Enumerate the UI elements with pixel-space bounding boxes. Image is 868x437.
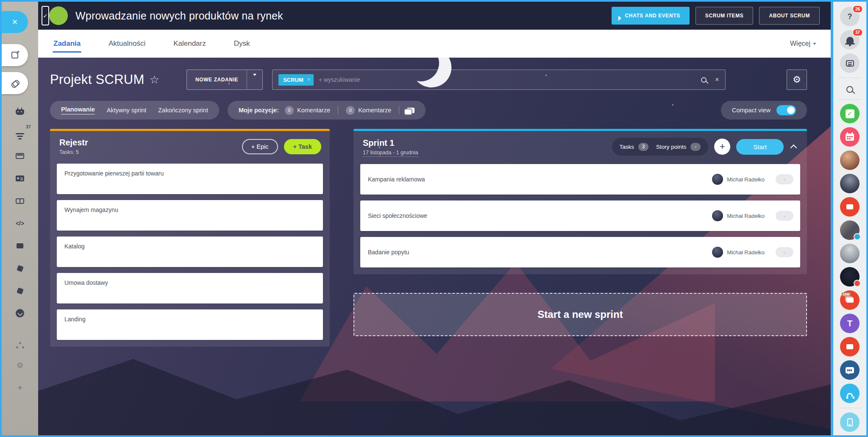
backlog-task-card[interactable]: Przygotowanie pierwszej partii towaru [57, 164, 323, 194]
link-icon [10, 79, 19, 87]
right-sidebar: ? 26 37 ✓ CRM T [831, 2, 866, 435]
code-icon[interactable]: </> [16, 218, 24, 229]
updates-icon[interactable] [16, 308, 24, 319]
chats-and-events-button[interactable]: CHATS AND EVENTS [612, 7, 690, 25]
view-planning[interactable]: Planowanie [61, 106, 95, 114]
video-call-button[interactable] [840, 197, 860, 217]
contact-card-icon[interactable] [16, 173, 24, 184]
pill-divider [338, 106, 338, 114]
backlog-task-card[interactable]: Wynajem magazynu [57, 200, 323, 231]
collapse-sprint-icon[interactable] [790, 144, 797, 151]
story-points-pill[interactable]: - [776, 211, 793, 221]
sprint-tasks-count: 3 [638, 143, 648, 151]
mobile-app-button[interactable] [840, 412, 860, 432]
package-icon[interactable] [17, 263, 23, 274]
story-points-pill[interactable]: - [776, 174, 793, 184]
letter-t-chat[interactable]: T [840, 314, 860, 333]
recent-chat-avatar[interactable] [840, 220, 860, 240]
recent-chat-avatar[interactable] [840, 244, 860, 263]
backlog-title: Rejestr [59, 138, 88, 148]
search-icon[interactable] [701, 77, 707, 83]
add-task-button[interactable]: + Task [284, 139, 321, 154]
settings-gear-icon[interactable]: ⚙ [17, 360, 23, 371]
compact-view-toggle[interactable] [776, 105, 796, 115]
project-toolbar: Projekt SCRUM ☆ NOWE ZADANIE SCRUM × + w… [50, 69, 807, 91]
add-sprint-task-button[interactable]: + [714, 139, 730, 155]
tab-feed[interactable]: Aktualności [108, 31, 146, 57]
filter-badge: 37 [26, 124, 31, 129]
view-active-sprint[interactable]: Aktywny sprint [107, 107, 146, 114]
avatar [712, 210, 723, 221]
board-settings-button[interactable]: ⚙ [787, 70, 807, 90]
comments-counter-2: 0 [346, 106, 355, 115]
clear-search-icon[interactable]: × [715, 75, 719, 84]
search-tag-scrum[interactable]: SCRUM × [278, 74, 314, 86]
search-button[interactable] [840, 82, 860, 97]
help-button[interactable]: ? 26 [840, 7, 860, 26]
notifications-button[interactable]: 37 [840, 30, 860, 50]
remove-tag-icon[interactable]: × [307, 77, 310, 83]
rail-divider [838, 99, 861, 100]
backlog-task-count: Tasks: 5 [59, 149, 88, 155]
story-points-value: - [690, 143, 701, 151]
browser-window-icon[interactable] [16, 150, 24, 161]
crm-app-button[interactable]: CRM [840, 290, 860, 310]
recent-chat-avatar[interactable] [840, 150, 860, 170]
start-sprint-button[interactable]: Start [736, 139, 784, 155]
tasks-app-button[interactable]: ✓ [840, 104, 860, 123]
add-icon[interactable]: + [17, 382, 23, 393]
network-icon[interactable] [19, 337, 21, 348]
knowledge-base-icon[interactable] [16, 195, 24, 206]
recent-chat-avatar[interactable] [840, 174, 860, 193]
tab-drive[interactable]: Dysk [233, 31, 251, 57]
comments-label-1[interactable]: Komentarze [297, 107, 330, 114]
add-epic-button[interactable]: + Epic [242, 139, 278, 154]
notifications-badge: 37 [852, 28, 863, 36]
new-task-dropdown[interactable] [247, 76, 262, 84]
tab-calendar[interactable]: Kalendarz [172, 31, 207, 57]
search-input[interactable]: SCRUM × + wyszukiwanie × [272, 70, 726, 90]
backlog-task-card[interactable]: Katalog [57, 237, 323, 267]
comments-icon[interactable] [407, 108, 415, 113]
package-icon-2[interactable] [17, 285, 23, 296]
view-finished-sprint[interactable]: Zakończony sprint [158, 107, 208, 114]
new-task-button[interactable]: NOWE ZADANIE [186, 70, 263, 90]
comments-label-2[interactable]: Komentarze [358, 107, 391, 114]
assignee[interactable]: Michał Radełko [712, 174, 765, 185]
sprint-dates[interactable]: 17 listopada - 1 grudnia [363, 150, 418, 157]
main-area: ✓ Wprowadzanie nowych produktów na rynek… [38, 2, 831, 435]
calendar-app-button[interactable] [840, 127, 860, 147]
assignee[interactable]: Michał Radełko [712, 247, 765, 258]
messenger-button[interactable] [840, 53, 860, 73]
backlog-task-card[interactable]: Umowa dostawy [57, 273, 323, 303]
video-call-button[interactable] [840, 337, 860, 356]
video-icon[interactable] [17, 240, 23, 251]
copy-link-button[interactable] [2, 72, 28, 94]
backlog-panel: Rejestr Tasks: 5 + Epic + Task Przygotow… [50, 129, 330, 347]
open-new-window-button[interactable] [2, 44, 28, 66]
filter-icon[interactable]: 37 [16, 128, 24, 139]
start-new-sprint-button[interactable]: Start a new sprint [353, 293, 807, 336]
scrum-items-button[interactable]: SCRUM ITEMS [696, 7, 754, 25]
story-points-pill[interactable]: - [776, 247, 793, 257]
group-chat-button[interactable] [840, 360, 860, 380]
sprint-task-card[interactable]: Kampania reklamowa Michał Radełko - [360, 164, 800, 195]
crm-icon [846, 298, 854, 303]
tab-more[interactable]: Więcej [790, 40, 816, 47]
help-badge: 26 [852, 5, 863, 13]
close-panel-button[interactable]: × [2, 11, 28, 33]
tab-tasks[interactable]: Zadania [53, 31, 81, 57]
sprint-task-card[interactable]: Sieci społecznościowe Michał Radełko - [360, 200, 800, 231]
chat-bubble-icon [846, 60, 854, 67]
chat-status-badge [854, 233, 861, 240]
assignee[interactable]: Michał Radełko [712, 210, 765, 221]
bot-icon[interactable] [16, 106, 24, 117]
support-chat-button[interactable] [840, 384, 860, 403]
external-link-icon [11, 52, 18, 58]
backlog-task-card[interactable]: Landing [57, 309, 323, 340]
favorite-star-icon[interactable]: ☆ [150, 73, 159, 86]
about-scrum-button[interactable]: ABOUT SCRUM [759, 7, 820, 25]
recent-chat-avatar[interactable] [840, 267, 860, 287]
sprint-task-card[interactable]: Badanie popytu Michał Radełko - [360, 237, 800, 267]
sprint-column: Sprint 1 17 listopada - 1 grudnia Tasks … [353, 129, 807, 336]
